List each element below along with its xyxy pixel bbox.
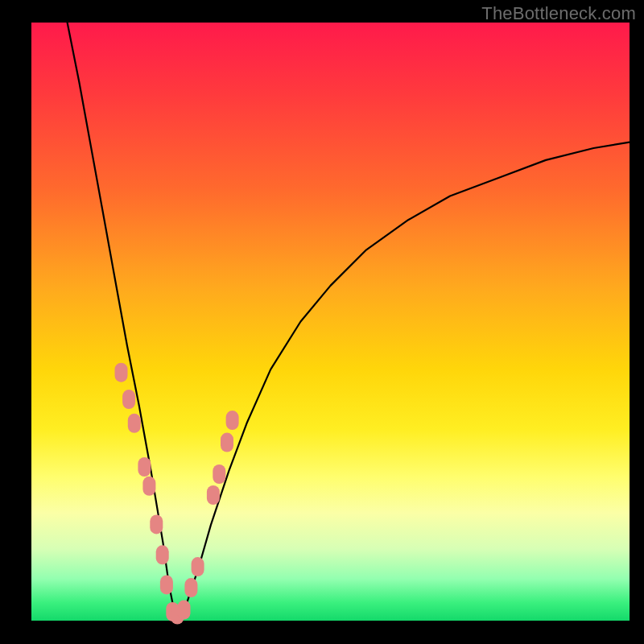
dots-layer <box>115 363 239 625</box>
data-point <box>184 578 197 597</box>
data-point <box>178 601 191 620</box>
data-point <box>221 433 233 452</box>
data-point <box>150 514 163 534</box>
data-point <box>142 477 155 496</box>
data-point <box>192 557 204 576</box>
data-point <box>160 575 173 594</box>
data-point <box>115 363 128 382</box>
watermark-text: TheBottleneck.com <box>481 3 636 24</box>
chart-svg <box>31 23 630 621</box>
data-point <box>122 390 135 409</box>
chart-stage: TheBottleneck.com <box>0 0 644 644</box>
data-point <box>213 464 225 484</box>
data-point <box>226 411 239 430</box>
data-point <box>138 457 151 477</box>
data-point <box>128 414 141 433</box>
plot-frame <box>31 23 630 621</box>
data-point <box>207 485 220 505</box>
data-point <box>156 545 169 564</box>
